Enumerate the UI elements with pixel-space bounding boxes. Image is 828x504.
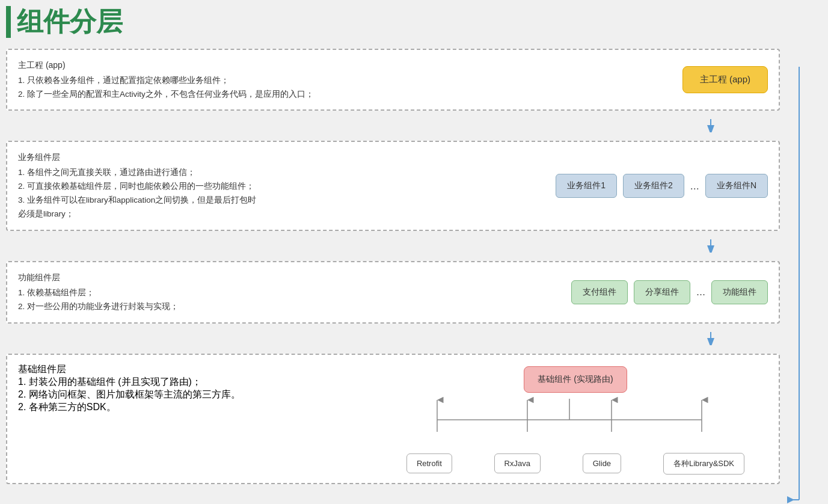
functional-layer-box: 功能组件层 1. 依赖基础组件层； 2. 对一些公用的功能业务进行封装与实现； …	[6, 261, 780, 324]
sdk-row: Retrofit RxJava Glide 各种Library&SDK	[389, 453, 762, 475]
business-layer-components: 业务组件1 业务组件2 ... 业务组件N	[556, 174, 768, 198]
sdk-library: 各种Library&SDK	[663, 453, 744, 475]
sdk-retrofit: Retrofit	[406, 453, 452, 473]
functional-component-3: 功能组件	[711, 280, 768, 304]
base-right-area: 基础组件 (实现路由)	[383, 363, 768, 475]
business-dots: ...	[690, 180, 699, 192]
business-layer-title: 业务组件层	[18, 150, 556, 165]
main-layer-box: 主工程 (app) 1. 只依赖各业务组件，通过配置指定依赖哪些业务组件； 2.…	[6, 49, 780, 111]
arrow-3-container	[6, 332, 780, 345]
business-layer-text: 业务组件层 1. 各组件之间无直接关联，通过路由进行通信； 2. 可直接依赖基础…	[18, 150, 556, 221]
sdk-rxjava: RxJava	[494, 453, 541, 473]
page-title: 组件分层	[6, 6, 816, 38]
main-layer-components: 主工程 (app)	[682, 66, 768, 93]
sdk-glide: Glide	[583, 453, 621, 473]
functional-layer-title: 功能组件层	[18, 271, 571, 285]
business-layer-box: 业务组件层 1. 各组件之间无直接关联，通过路由进行通信； 2. 可直接依赖基础…	[6, 141, 780, 231]
base-desc-3: 2. 各种第三方的SDK。	[18, 401, 383, 414]
base-layer-text: 基础组件层 1. 封装公用的基础组件 (并且实现了路由)； 2. 网络访问框架、…	[18, 363, 383, 475]
business-desc-3: 3. 业务组件可以在library和application之间切换，但是最后打包…	[18, 194, 556, 207]
functional-component-2: 分享组件	[634, 280, 690, 304]
main-component-box: 主工程 (app)	[682, 66, 768, 93]
functional-desc-2: 2. 对一些公用的功能业务进行封装与实现；	[18, 300, 571, 314]
page-container: 组件分层 主工程 (app) 1. 只依赖各业务组件，通过配置指定依赖哪些业务组…	[0, 0, 828, 504]
arrow-3-svg	[702, 332, 720, 345]
base-connectors-svg	[389, 399, 762, 447]
base-layer-title: 基础组件层	[18, 363, 383, 376]
base-desc-1: 1. 封装公用的基础组件 (并且实现了路由)；	[18, 376, 383, 389]
business-component-2: 业务组件2	[623, 174, 684, 198]
arrow-2-svg	[702, 239, 720, 253]
arrow-1-svg	[702, 119, 720, 132]
business-desc-2: 2. 可直接依赖基础组件层，同时也能依赖公用的一些功能组件；	[18, 180, 556, 194]
arrow-1-container	[6, 119, 780, 132]
base-desc-2: 2. 网络访问框架、图片加载框架等主流的第三方库。	[18, 389, 383, 401]
base-layer-inner: 基础组件层 1. 封装公用的基础组件 (并且实现了路由)； 2. 网络访问框架、…	[18, 363, 768, 475]
business-component-1: 业务组件1	[556, 174, 617, 198]
business-desc-1: 1. 各组件之间无直接关联，通过路由进行通信；	[18, 166, 556, 180]
functional-desc-1: 1. 依赖基础组件层；	[18, 286, 571, 300]
main-layer-text: 主工程 (app) 1. 只依赖各业务组件，通过配置指定依赖哪些业务组件； 2.…	[18, 58, 682, 102]
arrow-2-container	[6, 239, 780, 253]
base-layer-box: 基础组件层 1. 封装公用的基础组件 (并且实现了路由)； 2. 网络访问框架、…	[6, 354, 780, 484]
business-desc-4: 必须是library；	[18, 207, 556, 221]
functional-dots: ...	[696, 286, 705, 298]
business-component-n: 业务组件N	[705, 174, 768, 198]
main-layer-title: 主工程 (app)	[18, 58, 682, 73]
main-desc-1: 1. 只依赖各业务组件，通过配置指定依赖哪些业务组件；	[18, 74, 682, 88]
main-desc-2: 2. 除了一些全局的配置和主Activity之外，不包含任何业务代码，是应用的入…	[18, 88, 682, 102]
main-diagram: 主工程 (app) 1. 只依赖各业务组件，通过配置指定依赖哪些业务组件； 2.…	[6, 49, 816, 484]
base-main-component: 基础组件 (实现路由)	[524, 366, 627, 393]
functional-component-1: 支付组件	[571, 280, 628, 304]
functional-layer-components: 支付组件 分享组件 ... 功能组件	[571, 280, 768, 304]
functional-layer-text: 功能组件层 1. 依赖基础组件层； 2. 对一些公用的功能业务进行封装与实现；	[18, 271, 571, 314]
diagram-area: 主工程 (app) 1. 只依赖各业务组件，通过配置指定依赖哪些业务组件； 2.…	[6, 49, 816, 484]
